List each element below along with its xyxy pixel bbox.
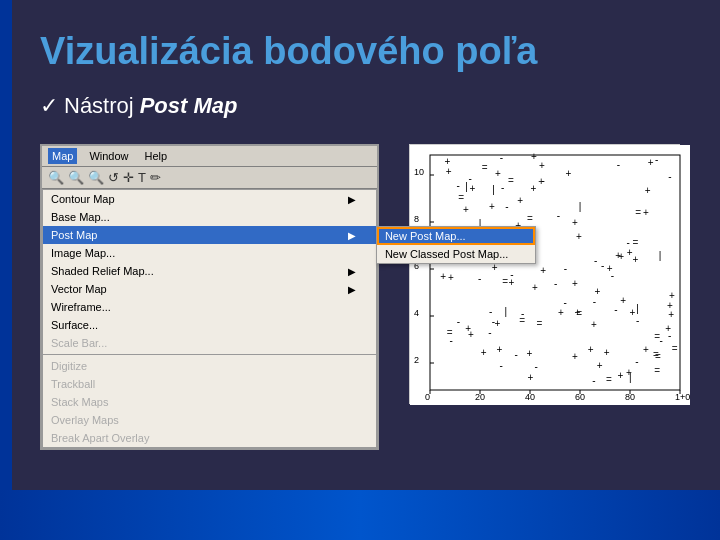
- menu-item-shaded[interactable]: Shaded Relief Map... ▶: [43, 262, 376, 280]
- pointer-icon[interactable]: ✛: [123, 170, 134, 185]
- page-title: Vizualizácia bodového poľa: [40, 30, 680, 73]
- menu-item-overlaymaps[interactable]: Overlay Maps: [43, 411, 376, 429]
- menu-item-digitize[interactable]: Digitize: [43, 357, 376, 375]
- menu-item-trackball[interactable]: Trackball: [43, 375, 376, 393]
- menu-bar-help[interactable]: Help: [141, 148, 172, 164]
- blue-bottom-bar: [0, 490, 720, 540]
- map-menu-dropdown: Contour Map ▶ Base Map... Post Map ▶ New…: [42, 189, 377, 448]
- zoom-fit-icon[interactable]: 🔍: [88, 170, 104, 185]
- submenu-new-post-map[interactable]: New Post Map...: [377, 227, 535, 245]
- menu-item-basemap[interactable]: Base Map...: [43, 208, 376, 226]
- menu-item-wireframe[interactable]: Wireframe...: [43, 298, 376, 316]
- bullet: ✓: [40, 93, 58, 119]
- postmap-arrow-icon: ▶: [348, 230, 356, 241]
- menu-bar: Map Window Help: [42, 146, 377, 167]
- shaded-arrow-icon: ▶: [348, 266, 356, 277]
- content-area: Map Window Help 🔍 🔍 🔍 ↺ ✛ T ✏ Contour Ma…: [40, 144, 680, 450]
- menu-item-contour[interactable]: Contour Map ▶: [43, 190, 376, 208]
- zoom-in-icon[interactable]: 🔍: [48, 170, 64, 185]
- subtitle-text: Nástroj: [64, 93, 134, 119]
- text-icon[interactable]: T: [138, 170, 146, 185]
- menu-item-imagemap[interactable]: Image Map...: [43, 244, 376, 262]
- menu-item-vector[interactable]: Vector Map ▶: [43, 280, 376, 298]
- menu-bar-window[interactable]: Window: [85, 148, 132, 164]
- menu-item-postmap[interactable]: Post Map ▶ New Post Map... New Classed P…: [43, 226, 376, 244]
- dot-map-visualization: [409, 144, 680, 404]
- menu-item-stackmaps[interactable]: Stack Maps: [43, 393, 376, 411]
- postmap-submenu: New Post Map... New Classed Post Map...: [376, 226, 536, 264]
- menu-item-breakapart[interactable]: Break Apart Overlay: [43, 429, 376, 447]
- menu-item-scalebar[interactable]: Scale Bar...: [43, 334, 376, 352]
- menu-separator-1: [43, 354, 376, 355]
- subtitle-italic: Post Map: [140, 93, 238, 119]
- dot-map-canvas: [410, 145, 690, 405]
- menu-item-surface[interactable]: Surface...: [43, 316, 376, 334]
- refresh-icon[interactable]: ↺: [108, 170, 119, 185]
- slide: Vizualizácia bodového poľa ✓ Nástroj Pos…: [0, 0, 720, 540]
- left-bar: [0, 0, 12, 540]
- vector-arrow-icon: ▶: [348, 284, 356, 295]
- subtitle: ✓ Nástroj Post Map: [40, 93, 680, 119]
- menu-screenshot: Map Window Help 🔍 🔍 🔍 ↺ ✛ T ✏ Contour Ma…: [40, 144, 379, 450]
- submenu-new-classed-post-map[interactable]: New Classed Post Map...: [377, 245, 535, 263]
- arrow-icon: ▶: [348, 194, 356, 205]
- eraser-icon[interactable]: ✏: [150, 170, 161, 185]
- menu-bar-map[interactable]: Map: [48, 148, 77, 164]
- toolbar: 🔍 🔍 🔍 ↺ ✛ T ✏: [42, 167, 377, 189]
- zoom-out-icon[interactable]: 🔍: [68, 170, 84, 185]
